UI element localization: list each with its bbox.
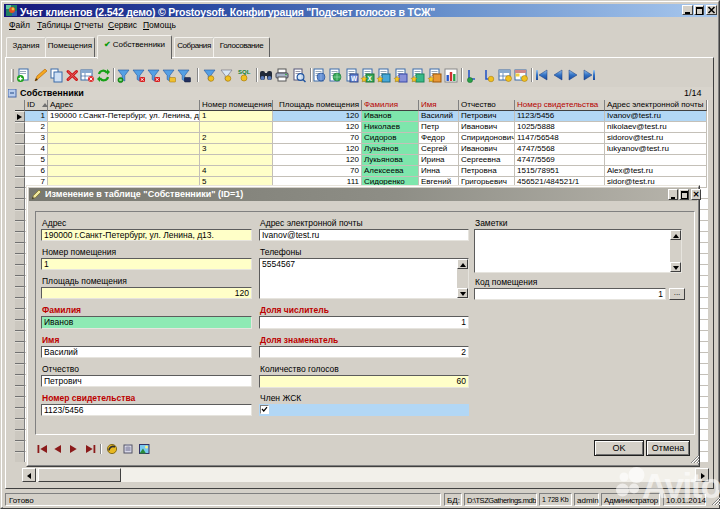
svg-text:W: W [351,75,358,82]
svg-text:Avito: Avito [642,466,720,505]
svg-text:SQL: SQL [238,69,251,75]
svg-text:X: X [368,75,373,82]
